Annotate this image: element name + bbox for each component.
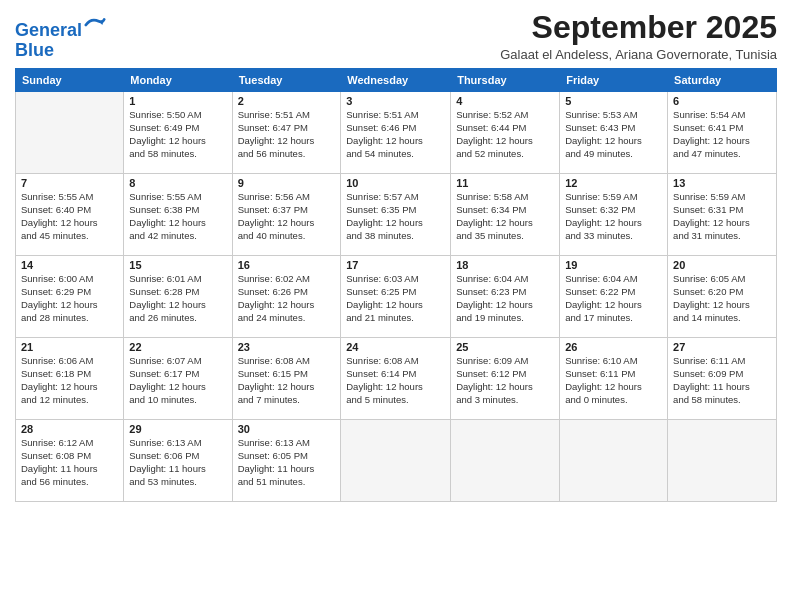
logo-text: General	[15, 14, 106, 41]
day-info: Sunrise: 6:08 AM Sunset: 6:15 PM Dayligh…	[238, 355, 336, 406]
calendar-cell	[341, 420, 451, 502]
day-info: Sunrise: 6:04 AM Sunset: 6:22 PM Dayligh…	[565, 273, 662, 324]
day-info: Sunrise: 5:56 AM Sunset: 6:37 PM Dayligh…	[238, 191, 336, 242]
calendar-cell: 24Sunrise: 6:08 AM Sunset: 6:14 PM Dayli…	[341, 338, 451, 420]
day-info: Sunrise: 6:13 AM Sunset: 6:05 PM Dayligh…	[238, 437, 336, 488]
day-info: Sunrise: 6:00 AM Sunset: 6:29 PM Dayligh…	[21, 273, 118, 324]
header-saturday: Saturday	[668, 69, 777, 92]
day-number: 23	[238, 341, 336, 353]
calendar-cell: 28Sunrise: 6:12 AM Sunset: 6:08 PM Dayli…	[16, 420, 124, 502]
header-sunday: Sunday	[16, 69, 124, 92]
calendar: Sunday Monday Tuesday Wednesday Thursday…	[15, 68, 777, 502]
day-info: Sunrise: 6:13 AM Sunset: 6:06 PM Dayligh…	[129, 437, 226, 488]
day-number: 19	[565, 259, 662, 271]
day-info: Sunrise: 6:03 AM Sunset: 6:25 PM Dayligh…	[346, 273, 445, 324]
calendar-cell	[451, 420, 560, 502]
day-info: Sunrise: 6:02 AM Sunset: 6:26 PM Dayligh…	[238, 273, 336, 324]
calendar-week-5: 28Sunrise: 6:12 AM Sunset: 6:08 PM Dayli…	[16, 420, 777, 502]
day-number: 29	[129, 423, 226, 435]
calendar-cell: 14Sunrise: 6:00 AM Sunset: 6:29 PM Dayli…	[16, 256, 124, 338]
day-info: Sunrise: 5:51 AM Sunset: 6:46 PM Dayligh…	[346, 109, 445, 160]
day-number: 20	[673, 259, 771, 271]
day-info: Sunrise: 5:59 AM Sunset: 6:31 PM Dayligh…	[673, 191, 771, 242]
day-info: Sunrise: 6:11 AM Sunset: 6:09 PM Dayligh…	[673, 355, 771, 406]
day-number: 6	[673, 95, 771, 107]
logo-icon	[84, 14, 106, 36]
day-info: Sunrise: 6:08 AM Sunset: 6:14 PM Dayligh…	[346, 355, 445, 406]
header-friday: Friday	[560, 69, 668, 92]
day-number: 28	[21, 423, 118, 435]
calendar-cell: 17Sunrise: 6:03 AM Sunset: 6:25 PM Dayli…	[341, 256, 451, 338]
day-number: 1	[129, 95, 226, 107]
day-info: Sunrise: 6:12 AM Sunset: 6:08 PM Dayligh…	[21, 437, 118, 488]
day-info: Sunrise: 5:55 AM Sunset: 6:40 PM Dayligh…	[21, 191, 118, 242]
calendar-cell: 5Sunrise: 5:53 AM Sunset: 6:43 PM Daylig…	[560, 92, 668, 174]
calendar-cell: 4Sunrise: 5:52 AM Sunset: 6:44 PM Daylig…	[451, 92, 560, 174]
day-number: 15	[129, 259, 226, 271]
calendar-cell: 9Sunrise: 5:56 AM Sunset: 6:37 PM Daylig…	[232, 174, 341, 256]
day-info: Sunrise: 5:52 AM Sunset: 6:44 PM Dayligh…	[456, 109, 554, 160]
day-number: 24	[346, 341, 445, 353]
logo: General Blue	[15, 14, 106, 61]
calendar-cell: 10Sunrise: 5:57 AM Sunset: 6:35 PM Dayli…	[341, 174, 451, 256]
calendar-cell	[16, 92, 124, 174]
calendar-week-4: 21Sunrise: 6:06 AM Sunset: 6:18 PM Dayli…	[16, 338, 777, 420]
header-wednesday: Wednesday	[341, 69, 451, 92]
day-number: 17	[346, 259, 445, 271]
day-info: Sunrise: 5:50 AM Sunset: 6:49 PM Dayligh…	[129, 109, 226, 160]
header-thursday: Thursday	[451, 69, 560, 92]
day-info: Sunrise: 6:04 AM Sunset: 6:23 PM Dayligh…	[456, 273, 554, 324]
day-number: 8	[129, 177, 226, 189]
day-number: 13	[673, 177, 771, 189]
day-info: Sunrise: 6:06 AM Sunset: 6:18 PM Dayligh…	[21, 355, 118, 406]
day-number: 21	[21, 341, 118, 353]
day-number: 7	[21, 177, 118, 189]
day-number: 30	[238, 423, 336, 435]
month-title: September 2025	[500, 10, 777, 45]
calendar-header-row: Sunday Monday Tuesday Wednesday Thursday…	[16, 69, 777, 92]
title-area: September 2025 Galaat el Andeless, Arian…	[500, 10, 777, 62]
header-tuesday: Tuesday	[232, 69, 341, 92]
day-number: 4	[456, 95, 554, 107]
day-info: Sunrise: 5:57 AM Sunset: 6:35 PM Dayligh…	[346, 191, 445, 242]
day-number: 26	[565, 341, 662, 353]
calendar-cell: 26Sunrise: 6:10 AM Sunset: 6:11 PM Dayli…	[560, 338, 668, 420]
day-number: 25	[456, 341, 554, 353]
day-info: Sunrise: 5:55 AM Sunset: 6:38 PM Dayligh…	[129, 191, 226, 242]
subtitle: Galaat el Andeless, Ariana Governorate, …	[500, 47, 777, 62]
calendar-cell: 7Sunrise: 5:55 AM Sunset: 6:40 PM Daylig…	[16, 174, 124, 256]
calendar-cell: 3Sunrise: 5:51 AM Sunset: 6:46 PM Daylig…	[341, 92, 451, 174]
day-number: 14	[21, 259, 118, 271]
logo-blue: Blue	[15, 41, 106, 61]
day-info: Sunrise: 6:05 AM Sunset: 6:20 PM Dayligh…	[673, 273, 771, 324]
header: General Blue September 2025 Galaat el An…	[15, 10, 777, 62]
calendar-cell: 12Sunrise: 5:59 AM Sunset: 6:32 PM Dayli…	[560, 174, 668, 256]
calendar-cell: 1Sunrise: 5:50 AM Sunset: 6:49 PM Daylig…	[124, 92, 232, 174]
calendar-cell: 16Sunrise: 6:02 AM Sunset: 6:26 PM Dayli…	[232, 256, 341, 338]
page: General Blue September 2025 Galaat el An…	[0, 0, 792, 612]
calendar-cell	[668, 420, 777, 502]
day-info: Sunrise: 6:09 AM Sunset: 6:12 PM Dayligh…	[456, 355, 554, 406]
calendar-cell: 23Sunrise: 6:08 AM Sunset: 6:15 PM Dayli…	[232, 338, 341, 420]
day-number: 10	[346, 177, 445, 189]
day-number: 5	[565, 95, 662, 107]
day-number: 3	[346, 95, 445, 107]
day-info: Sunrise: 5:59 AM Sunset: 6:32 PM Dayligh…	[565, 191, 662, 242]
logo-general: General	[15, 20, 82, 40]
day-number: 16	[238, 259, 336, 271]
calendar-cell: 8Sunrise: 5:55 AM Sunset: 6:38 PM Daylig…	[124, 174, 232, 256]
day-info: Sunrise: 5:51 AM Sunset: 6:47 PM Dayligh…	[238, 109, 336, 160]
calendar-cell: 30Sunrise: 6:13 AM Sunset: 6:05 PM Dayli…	[232, 420, 341, 502]
calendar-cell: 6Sunrise: 5:54 AM Sunset: 6:41 PM Daylig…	[668, 92, 777, 174]
day-number: 18	[456, 259, 554, 271]
calendar-week-2: 7Sunrise: 5:55 AM Sunset: 6:40 PM Daylig…	[16, 174, 777, 256]
day-number: 9	[238, 177, 336, 189]
calendar-cell: 15Sunrise: 6:01 AM Sunset: 6:28 PM Dayli…	[124, 256, 232, 338]
day-number: 11	[456, 177, 554, 189]
day-info: Sunrise: 5:54 AM Sunset: 6:41 PM Dayligh…	[673, 109, 771, 160]
calendar-cell	[560, 420, 668, 502]
day-info: Sunrise: 5:53 AM Sunset: 6:43 PM Dayligh…	[565, 109, 662, 160]
day-info: Sunrise: 6:01 AM Sunset: 6:28 PM Dayligh…	[129, 273, 226, 324]
calendar-cell: 13Sunrise: 5:59 AM Sunset: 6:31 PM Dayli…	[668, 174, 777, 256]
calendar-week-1: 1Sunrise: 5:50 AM Sunset: 6:49 PM Daylig…	[16, 92, 777, 174]
